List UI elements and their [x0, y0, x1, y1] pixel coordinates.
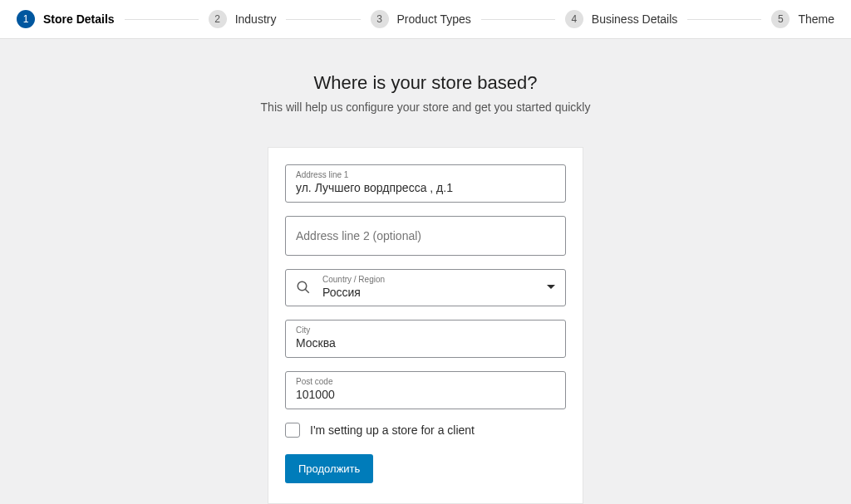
- step-divider: [286, 19, 360, 20]
- address-line-2-field[interactable]: Address line 2 (optional): [285, 216, 566, 256]
- step-number: 2: [209, 10, 227, 28]
- page-subtitle: This will help us configure your store a…: [0, 100, 851, 114]
- step-product-types[interactable]: 3 Product Types: [371, 10, 471, 28]
- city-field[interactable]: City: [285, 320, 566, 358]
- client-checkbox-row: I'm setting up a store for a client: [285, 423, 566, 438]
- continue-button[interactable]: Продолжить: [285, 454, 373, 483]
- client-checkbox[interactable]: [285, 423, 300, 438]
- step-number: 1: [17, 10, 35, 28]
- step-label: Store Details: [43, 12, 115, 26]
- store-form: Address line 1 Address line 2 (optional)…: [268, 147, 583, 504]
- step-divider: [687, 19, 761, 20]
- address-line-1-field[interactable]: Address line 1: [285, 164, 566, 203]
- step-label: Industry: [235, 12, 277, 26]
- postcode-field[interactable]: Post code: [285, 371, 566, 409]
- country-value: Россия: [322, 286, 539, 299]
- field-label: Address line 1: [296, 170, 555, 179]
- step-number: 4: [565, 10, 583, 28]
- city-input[interactable]: [296, 336, 555, 350]
- step-label: Product Types: [397, 12, 471, 26]
- country-region-field[interactable]: Country / Region Россия: [285, 269, 566, 306]
- field-label: City: [296, 325, 555, 335]
- chevron-down-icon: [547, 285, 555, 289]
- step-store-details[interactable]: 1 Store Details: [17, 10, 115, 28]
- step-business-details[interactable]: 4 Business Details: [565, 10, 678, 28]
- postcode-input[interactable]: [296, 388, 555, 401]
- field-label: Post code: [296, 377, 555, 386]
- step-theme[interactable]: 5 Theme: [771, 10, 834, 28]
- step-divider: [125, 19, 199, 20]
- page-header: Where is your store based? This will hel…: [0, 39, 851, 130]
- page-title: Where is your store based?: [0, 72, 851, 94]
- search-icon: [296, 280, 311, 295]
- address-line-2-placeholder: Address line 2 (optional): [296, 223, 421, 249]
- svg-point-0: [298, 281, 307, 291]
- step-number: 3: [371, 10, 389, 28]
- step-divider: [481, 19, 555, 20]
- step-label: Business Details: [592, 12, 678, 26]
- client-checkbox-label: I'm setting up a store for a client: [310, 423, 475, 437]
- field-label: Country / Region: [322, 275, 539, 284]
- svg-line-1: [305, 289, 309, 293]
- step-number: 5: [771, 10, 790, 28]
- wizard-stepper: 1 Store Details 2 Industry 3 Product Typ…: [0, 0, 851, 39]
- step-label: Theme: [798, 12, 834, 26]
- address-line-1-input[interactable]: [296, 181, 555, 194]
- step-industry[interactable]: 2 Industry: [209, 10, 277, 28]
